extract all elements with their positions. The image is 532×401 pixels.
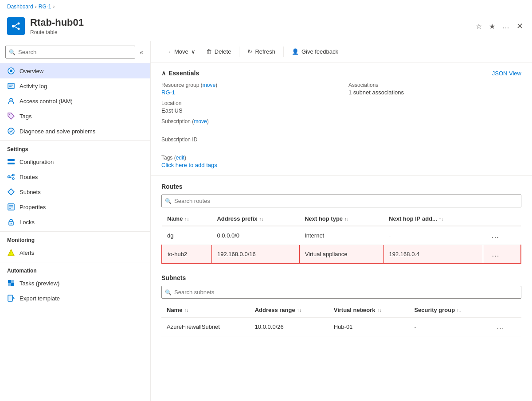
- refresh-button[interactable]: ↻ Refresh: [243, 46, 280, 58]
- svg-rect-13: [8, 163, 15, 164]
- routes-col-actions: [483, 212, 521, 226]
- sidebar-item-configuration[interactable]: Configuration: [0, 154, 150, 169]
- sidebar-item-label-tags: Tags: [20, 113, 31, 120]
- svg-line-4: [15, 27, 18, 28]
- sidebar-item-alerts[interactable]: ! Alerts: [0, 245, 150, 260]
- favorite-button[interactable]: ★: [487, 20, 497, 32]
- field-resource-group: Resource group (move) RG-1: [161, 82, 334, 96]
- move-rg-link[interactable]: move: [203, 82, 215, 88]
- svg-rect-27: [11, 280, 14, 283]
- sidebar-scroll: Overview Activity log: [0, 63, 150, 401]
- json-view-link[interactable]: JSON View: [492, 70, 521, 77]
- table-row: to-hub2 192.168.0.0/16 Virtual appliance…: [162, 245, 521, 264]
- routes-search-wrapper: 🔍: [161, 195, 521, 207]
- subnet-vnet: Hub-01: [329, 317, 409, 336]
- svg-rect-30: [8, 295, 12, 301]
- svg-point-24: [11, 223, 12, 224]
- sidebar-item-tasks[interactable]: Tasks (preview): [0, 276, 150, 291]
- sort-icon-hop-type[interactable]: ↑↓: [344, 217, 349, 222]
- sort-icon-address[interactable]: ↑↓: [259, 217, 264, 222]
- routes-title: Routes: [161, 183, 521, 190]
- route-name-tohub2: to-hub2: [162, 245, 211, 264]
- sidebar-item-subnets[interactable]: Subnets: [0, 184, 150, 199]
- search-input[interactable]: [5, 46, 135, 58]
- subnets-table: Name↑↓ Address range↑↓ Virtual network↑↓…: [161, 303, 521, 336]
- breadcrumb-rg1[interactable]: RG-1: [39, 4, 51, 10]
- sidebar-item-label-overview: Overview: [20, 68, 43, 74]
- rg-value-link[interactable]: RG-1: [161, 89, 334, 96]
- svg-line-3: [15, 24, 18, 26]
- sort-icon-subnet-vnet[interactable]: ↑↓: [377, 308, 381, 313]
- routes-col-hop-type: Next hop type↑↓: [299, 212, 383, 226]
- svg-rect-12: [8, 159, 15, 161]
- edit-tags-link[interactable]: edit: [176, 155, 184, 161]
- subnets-search-input[interactable]: [161, 286, 521, 299]
- field-subscription: Subscription (move): [161, 118, 334, 132]
- sidebar-item-overview[interactable]: Overview: [0, 63, 150, 78]
- sidebar-item-locks[interactable]: Locks: [0, 214, 150, 230]
- sidebar-item-label-subnets: Subnets: [20, 189, 41, 195]
- iam-icon: [7, 97, 15, 105]
- svg-rect-28: [8, 283, 11, 286]
- close-button[interactable]: ✕: [515, 19, 525, 33]
- sidebar-item-label-iam: Access control (IAM): [20, 98, 73, 105]
- feedback-button[interactable]: 👤 Give feedback: [287, 46, 343, 58]
- route-name-dg: dg: [162, 226, 211, 245]
- sidebar-item-properties[interactable]: Properties: [0, 199, 150, 214]
- sidebar-item-activity-log[interactable]: Activity log: [0, 78, 150, 93]
- sidebar-item-label-activity: Activity log: [20, 83, 47, 90]
- svg-point-0: [12, 25, 15, 27]
- pin-outline-button[interactable]: ☆: [474, 20, 484, 32]
- subnets-icon: [7, 188, 15, 196]
- table-row: AzureFirewallSubnet 10.0.0.0/26 Hub-01 -…: [161, 317, 521, 336]
- svg-point-6: [10, 70, 12, 72]
- sidebar-item-label-tasks: Tasks (preview): [20, 280, 59, 287]
- essentials-left: Resource group (move) RG-1 Location East…: [161, 82, 334, 168]
- header-actions: ☆ ★ … ✕: [474, 19, 525, 33]
- alerts-icon: !: [7, 249, 15, 257]
- subnet-range: 10.0.0.0/26: [250, 317, 329, 336]
- move-button[interactable]: → Move ∨: [161, 46, 200, 58]
- sidebar-section-automation: Automation: [0, 262, 150, 276]
- export-icon: [7, 294, 15, 302]
- routes-table: Name↑↓ Address prefix↑↓ Next hop type↑↓ …: [161, 212, 521, 264]
- sidebar-section-settings: Settings: [0, 140, 150, 154]
- sort-icon-name[interactable]: ↑↓: [184, 217, 189, 222]
- add-tags-link[interactable]: Click here to add tags: [161, 162, 334, 168]
- sidebar-item-label-config: Configuration: [20, 159, 54, 165]
- move-sub-link[interactable]: move: [194, 118, 207, 125]
- tasks-icon: [7, 279, 15, 287]
- sort-icon-subnet-sg[interactable]: ↑↓: [457, 308, 461, 313]
- sidebar-item-tags[interactable]: Tags: [0, 109, 150, 124]
- sidebar-item-routes[interactable]: Routes: [0, 169, 150, 184]
- svg-point-1: [18, 23, 20, 25]
- route-more-button-dg[interactable]: …: [489, 230, 502, 241]
- sidebar-item-access-control[interactable]: Access control (IAM): [0, 93, 150, 109]
- sidebar: 🔍 « Overview: [0, 41, 151, 401]
- subnet-more-button[interactable]: …: [493, 321, 507, 332]
- subnets-col-name: Name↑↓: [161, 303, 250, 317]
- more-options-button[interactable]: …: [501, 20, 511, 32]
- content-area: → Move ∨ 🗑 Delete ↻ Refresh 👤 Give feedb…: [151, 41, 532, 401]
- route-more-button-tohub2[interactable]: …: [489, 249, 502, 260]
- collapse-sidebar-button[interactable]: «: [138, 47, 145, 58]
- sidebar-item-diagnose[interactable]: Diagnose and solve problems: [0, 124, 150, 139]
- chevron-up-icon: ∧: [161, 70, 166, 77]
- svg-line-17: [10, 175, 13, 176]
- svg-point-14: [8, 176, 10, 178]
- tags-icon: [7, 112, 15, 120]
- sort-icon-hop-ip[interactable]: ↑↓: [439, 217, 443, 222]
- delete-button[interactable]: 🗑 Delete: [202, 46, 236, 58]
- toolbar-divider: [239, 47, 239, 57]
- sort-icon-subnet-name[interactable]: ↑↓: [184, 308, 188, 313]
- search-icon: 🔍: [9, 49, 16, 55]
- route-address-dg: 0.0.0.0/0: [211, 226, 299, 245]
- svg-point-15: [12, 174, 14, 176]
- breadcrumb-dashboard[interactable]: Dashboard: [7, 4, 33, 10]
- sidebar-section-monitoring: Monitoring: [0, 231, 150, 245]
- search-box: 🔍 «: [0, 41, 150, 63]
- sidebar-item-export[interactable]: Export template: [0, 291, 150, 306]
- resource-header: Rtab-hub01 Route table ☆ ★ … ✕: [0, 13, 532, 41]
- routes-search-input[interactable]: [161, 195, 521, 207]
- sort-icon-subnet-range[interactable]: ↑↓: [297, 308, 301, 313]
